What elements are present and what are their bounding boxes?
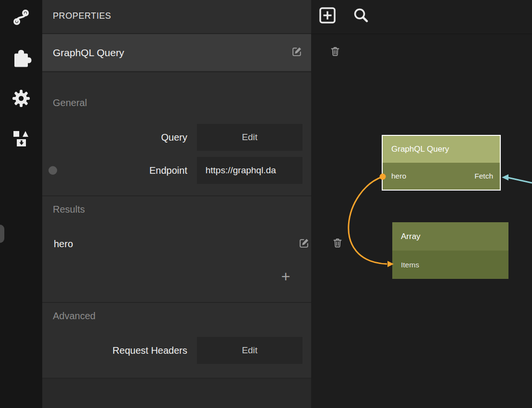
query-edit-button[interactable]: Edit [197,124,302,151]
port-fetch-input[interactable]: Fetch [474,163,493,190]
divider [42,195,311,196]
gear-icon [11,88,32,111]
trash-icon [329,46,341,59]
divider [311,34,532,34]
panel-drag-handle[interactable] [0,225,4,243]
request-headers-label: Request Headers [42,337,187,364]
sidebar-item-settings[interactable] [0,84,42,115]
divider [42,71,311,72]
search-icon [352,7,370,26]
properties-panel-footer [42,379,311,408]
plus-box-icon [319,7,336,26]
components-icon [11,128,32,151]
add-result-button[interactable]: + [279,268,292,286]
node-connections [311,0,532,408]
rename-node-button[interactable] [290,46,303,59]
selected-node-header-row: GraphQL Query [42,34,311,71]
port-items-input[interactable]: Items [401,251,419,279]
port-hero-output[interactable]: hero [391,163,406,190]
edit-pencil-icon [291,46,303,60]
edit-pencil-icon [298,237,310,251]
request-headers-edit-button[interactable]: Edit [197,337,302,364]
section-label-general: General [53,97,87,108]
puzzle-icon [11,48,32,72]
delete-node-button[interactable] [329,46,341,59]
endpoint-label: Endpoint [42,157,187,184]
add-node-button[interactable] [318,7,337,25]
node-canvas[interactable]: GraphQL Query hero Fetch Array Items [311,0,532,408]
sidebar-item-plugins[interactable] [0,45,42,75]
sidebar [0,0,42,408]
properties-panel: PROPERTIES GraphQL Query [42,0,311,408]
endpoint-input[interactable]: https://graphql.da [197,157,302,184]
node-graph-icon [11,7,32,30]
rename-result-button[interactable] [298,238,310,250]
node-graphql-query[interactable]: GraphQL Query hero Fetch [382,135,501,191]
result-row-hero: hero [54,230,73,257]
query-label: Query [42,124,187,151]
trash-icon [332,237,343,251]
selected-node-title: GraphQL Query [53,34,124,71]
search-nodes-button[interactable] [352,7,370,25]
sidebar-item-node-graph[interactable] [0,3,42,34]
delete-result-button[interactable] [331,238,344,250]
properties-panel-title: PROPERTIES [53,11,111,21]
divider [42,302,311,303]
node-array[interactable]: Array Items [392,222,508,279]
section-label-advanced: Advanced [53,311,96,322]
node-title: Array [392,222,508,251]
node-title: GraphQL Query [383,136,500,163]
section-label-results: Results [53,204,85,215]
app-window: PROPERTIES GraphQL Query [0,0,532,408]
sidebar-item-components[interactable] [0,124,42,155]
